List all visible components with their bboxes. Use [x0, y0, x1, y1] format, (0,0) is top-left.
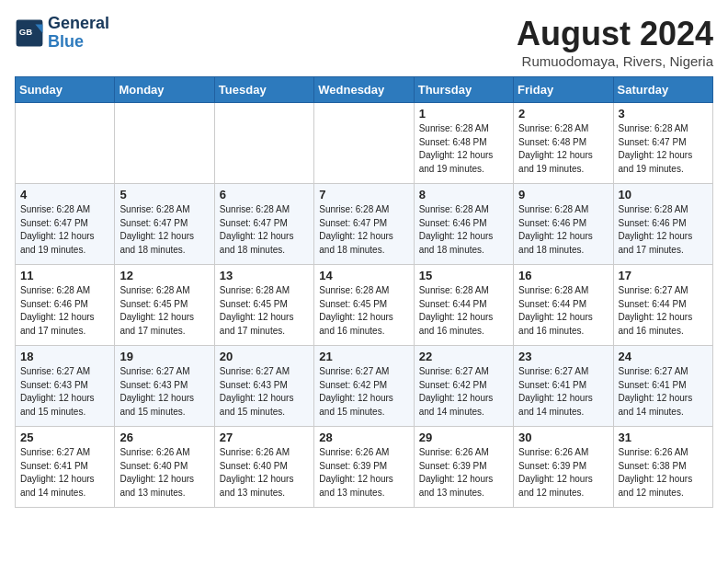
calendar-cell: 24Sunrise: 6:27 AM Sunset: 6:41 PM Dayli…	[613, 346, 712, 427]
weekday-header-cell: Sunday	[16, 77, 115, 103]
day-number: 25	[20, 431, 109, 444]
day-number: 11	[20, 269, 109, 282]
day-info: Sunrise: 6:28 AM Sunset: 6:46 PM Dayligh…	[419, 203, 508, 257]
calendar-table: SundayMondayTuesdayWednesdayThursdayFrid…	[15, 76, 713, 508]
day-info: Sunrise: 6:28 AM Sunset: 6:44 PM Dayligh…	[419, 284, 508, 338]
logo-line2: Blue	[48, 33, 109, 52]
day-number: 29	[419, 431, 508, 444]
day-number: 5	[119, 188, 209, 201]
day-info: Sunrise: 6:28 AM Sunset: 6:45 PM Dayligh…	[220, 284, 309, 338]
weekday-header-cell: Tuesday	[214, 77, 313, 103]
calendar-cell: 27Sunrise: 6:26 AM Sunset: 6:40 PM Dayli…	[214, 427, 313, 508]
calendar-cell: 3Sunrise: 6:28 AM Sunset: 6:47 PM Daylig…	[613, 103, 712, 184]
svg-text:GB: GB	[19, 26, 32, 36]
title-area: August 2024 Rumuodomaya, Rivers, Nigeria	[517, 15, 713, 69]
day-info: Sunrise: 6:27 AM Sunset: 6:43 PM Dayligh…	[20, 365, 109, 419]
day-number: 27	[220, 431, 309, 444]
day-number: 4	[20, 188, 109, 201]
day-number: 20	[220, 350, 309, 363]
day-info: Sunrise: 6:26 AM Sunset: 6:39 PM Dayligh…	[319, 446, 408, 500]
day-number: 6	[220, 188, 309, 201]
day-number: 24	[619, 350, 708, 363]
day-number: 7	[319, 188, 408, 201]
day-number: 12	[119, 269, 209, 282]
calendar-cell: 29Sunrise: 6:26 AM Sunset: 6:39 PM Dayli…	[414, 427, 513, 508]
day-number: 23	[518, 350, 608, 363]
weekday-header-cell: Wednesday	[314, 77, 414, 103]
calendar-body: 1Sunrise: 6:28 AM Sunset: 6:48 PM Daylig…	[16, 103, 713, 508]
calendar-cell: 10Sunrise: 6:28 AM Sunset: 6:46 PM Dayli…	[613, 184, 712, 265]
day-number: 1	[419, 107, 508, 121]
day-number: 19	[119, 350, 209, 363]
calendar-cell	[214, 103, 313, 184]
day-number: 10	[619, 188, 708, 201]
day-number: 21	[319, 350, 408, 363]
day-number: 31	[619, 431, 708, 444]
calendar-cell: 16Sunrise: 6:28 AM Sunset: 6:44 PM Dayli…	[514, 265, 613, 346]
calendar-cell: 26Sunrise: 6:26 AM Sunset: 6:40 PM Dayli…	[115, 427, 214, 508]
weekday-header-cell: Monday	[115, 77, 214, 103]
day-number: 18	[20, 350, 109, 363]
day-info: Sunrise: 6:27 AM Sunset: 6:42 PM Dayligh…	[419, 365, 508, 419]
day-number: 8	[419, 188, 508, 201]
logo-line1: General	[48, 15, 109, 33]
day-number: 13	[220, 269, 309, 282]
day-number: 17	[619, 269, 708, 282]
calendar-cell: 12Sunrise: 6:28 AM Sunset: 6:45 PM Dayli…	[115, 265, 214, 346]
calendar-cell: 4Sunrise: 6:28 AM Sunset: 6:47 PM Daylig…	[16, 184, 115, 265]
day-info: Sunrise: 6:28 AM Sunset: 6:47 PM Dayligh…	[220, 203, 309, 257]
calendar-cell: 19Sunrise: 6:27 AM Sunset: 6:43 PM Dayli…	[115, 346, 214, 427]
header: GB General Blue August 2024 Rumuodomaya,…	[15, 15, 713, 69]
calendar-cell: 14Sunrise: 6:28 AM Sunset: 6:45 PM Dayli…	[314, 265, 414, 346]
day-info: Sunrise: 6:27 AM Sunset: 6:41 PM Dayligh…	[20, 446, 109, 500]
day-number: 2	[518, 107, 608, 121]
day-info: Sunrise: 6:28 AM Sunset: 6:45 PM Dayligh…	[319, 284, 408, 338]
calendar-week-row: 1Sunrise: 6:28 AM Sunset: 6:48 PM Daylig…	[16, 103, 713, 184]
calendar-week-row: 25Sunrise: 6:27 AM Sunset: 6:41 PM Dayli…	[16, 427, 713, 508]
calendar-cell: 7Sunrise: 6:28 AM Sunset: 6:47 PM Daylig…	[314, 184, 414, 265]
day-number: 14	[319, 269, 408, 282]
day-number: 15	[419, 269, 508, 282]
calendar-week-row: 18Sunrise: 6:27 AM Sunset: 6:43 PM Dayli…	[16, 346, 713, 427]
calendar-cell: 5Sunrise: 6:28 AM Sunset: 6:47 PM Daylig…	[115, 184, 214, 265]
calendar-cell: 23Sunrise: 6:27 AM Sunset: 6:41 PM Dayli…	[514, 346, 613, 427]
calendar-cell: 20Sunrise: 6:27 AM Sunset: 6:43 PM Dayli…	[214, 346, 313, 427]
calendar-cell	[314, 103, 414, 184]
day-info: Sunrise: 6:27 AM Sunset: 6:42 PM Dayligh…	[319, 365, 408, 419]
calendar-cell: 11Sunrise: 6:28 AM Sunset: 6:46 PM Dayli…	[16, 265, 115, 346]
calendar-week-row: 4Sunrise: 6:28 AM Sunset: 6:47 PM Daylig…	[16, 184, 713, 265]
calendar-cell: 17Sunrise: 6:27 AM Sunset: 6:44 PM Dayli…	[613, 265, 712, 346]
calendar-cell: 18Sunrise: 6:27 AM Sunset: 6:43 PM Dayli…	[16, 346, 115, 427]
weekday-header-cell: Thursday	[414, 77, 513, 103]
day-number: 26	[119, 431, 209, 444]
day-number: 3	[619, 107, 708, 121]
calendar-cell: 9Sunrise: 6:28 AM Sunset: 6:46 PM Daylig…	[514, 184, 613, 265]
day-info: Sunrise: 6:27 AM Sunset: 6:43 PM Dayligh…	[220, 365, 309, 419]
day-info: Sunrise: 6:28 AM Sunset: 6:47 PM Dayligh…	[319, 203, 408, 257]
day-info: Sunrise: 6:28 AM Sunset: 6:48 PM Dayligh…	[518, 122, 608, 176]
calendar-cell: 15Sunrise: 6:28 AM Sunset: 6:44 PM Dayli…	[414, 265, 513, 346]
weekday-header-cell: Friday	[514, 77, 613, 103]
day-info: Sunrise: 6:26 AM Sunset: 6:40 PM Dayligh…	[220, 446, 309, 500]
day-info: Sunrise: 6:28 AM Sunset: 6:46 PM Dayligh…	[518, 203, 608, 257]
calendar-cell: 31Sunrise: 6:26 AM Sunset: 6:38 PM Dayli…	[613, 427, 712, 508]
logo-icon: GB	[15, 18, 44, 48]
calendar-cell: 22Sunrise: 6:27 AM Sunset: 6:42 PM Dayli…	[414, 346, 513, 427]
calendar-cell: 8Sunrise: 6:28 AM Sunset: 6:46 PM Daylig…	[414, 184, 513, 265]
day-info: Sunrise: 6:26 AM Sunset: 6:38 PM Dayligh…	[619, 446, 708, 500]
calendar-cell: 6Sunrise: 6:28 AM Sunset: 6:47 PM Daylig…	[214, 184, 313, 265]
day-info: Sunrise: 6:28 AM Sunset: 6:45 PM Dayligh…	[119, 284, 209, 338]
day-number: 9	[518, 188, 608, 201]
calendar-cell: 25Sunrise: 6:27 AM Sunset: 6:41 PM Dayli…	[16, 427, 115, 508]
day-info: Sunrise: 6:26 AM Sunset: 6:39 PM Dayligh…	[518, 446, 608, 500]
day-number: 28	[319, 431, 408, 444]
logo: GB General Blue	[15, 15, 109, 52]
calendar-cell	[16, 103, 115, 184]
day-info: Sunrise: 6:28 AM Sunset: 6:44 PM Dayligh…	[518, 284, 608, 338]
day-info: Sunrise: 6:27 AM Sunset: 6:43 PM Dayligh…	[119, 365, 209, 419]
calendar-cell: 13Sunrise: 6:28 AM Sunset: 6:45 PM Dayli…	[214, 265, 313, 346]
calendar-title: August 2024	[517, 15, 713, 53]
weekday-header-row: SundayMondayTuesdayWednesdayThursdayFrid…	[16, 77, 713, 103]
calendar-cell: 1Sunrise: 6:28 AM Sunset: 6:48 PM Daylig…	[414, 103, 513, 184]
day-info: Sunrise: 6:28 AM Sunset: 6:46 PM Dayligh…	[619, 203, 708, 257]
